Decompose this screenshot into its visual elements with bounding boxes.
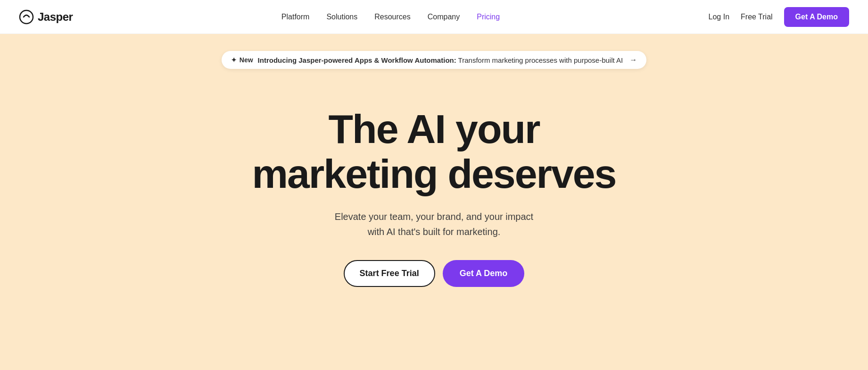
nav-links: Platform Solutions Resources Company Pri… — [281, 13, 500, 21]
navbar-actions: Log In Free Trial Get A Demo — [709, 7, 849, 27]
start-free-trial-button[interactable]: Start Free Trial — [344, 260, 435, 287]
nav-platform[interactable]: Platform — [281, 13, 310, 21]
nav-company[interactable]: Company — [428, 13, 460, 21]
hero-section: ✦ New Introducing Jasper-powered Apps & … — [0, 34, 868, 370]
hero-subtitle-line1: Elevate your team, your brand, and your … — [335, 211, 533, 222]
hero-cta-group: Start Free Trial Get A Demo — [252, 260, 616, 287]
new-label: New — [240, 56, 253, 64]
sparkle-icon: ✦ — [231, 56, 237, 64]
hero-headline: The AI your marketing deserves — [252, 107, 616, 196]
logo-text: Jasper — [38, 10, 73, 24]
nav-resources[interactable]: Resources — [374, 13, 410, 21]
hero-subtitle: Elevate your team, your brand, and your … — [252, 209, 616, 239]
new-badge: ✦ New — [231, 56, 253, 64]
banner-text: Introducing Jasper-powered Apps & Workfl… — [258, 56, 623, 64]
hero-headline-line1: The AI your — [329, 106, 540, 151]
banner-text-rest: Transform marketing processes with purpo… — [458, 56, 623, 64]
banner-arrow-icon: → — [629, 56, 637, 64]
announcement-banner[interactable]: ✦ New Introducing Jasper-powered Apps & … — [222, 51, 646, 69]
get-demo-nav-button[interactable]: Get A Demo — [784, 7, 849, 27]
free-trial-nav-link[interactable]: Free Trial — [741, 13, 773, 21]
get-demo-hero-button[interactable]: Get A Demo — [443, 260, 525, 287]
banner-text-bold: Introducing Jasper-powered Apps & Workfl… — [258, 56, 456, 64]
nav-solutions[interactable]: Solutions — [326, 13, 357, 21]
navbar: Jasper Platform Solutions Resources Comp… — [0, 0, 868, 34]
jasper-logo-icon — [19, 9, 34, 25]
hero-subtitle-line2: with AI that's built for marketing. — [368, 227, 501, 237]
logo-area: Jasper — [19, 9, 73, 25]
login-link[interactable]: Log In — [709, 13, 729, 21]
hero-content: The AI your marketing deserves Elevate y… — [252, 107, 616, 287]
nav-pricing[interactable]: Pricing — [477, 13, 500, 21]
svg-point-0 — [20, 10, 33, 24]
hero-headline-line2: marketing deserves — [252, 151, 616, 196]
